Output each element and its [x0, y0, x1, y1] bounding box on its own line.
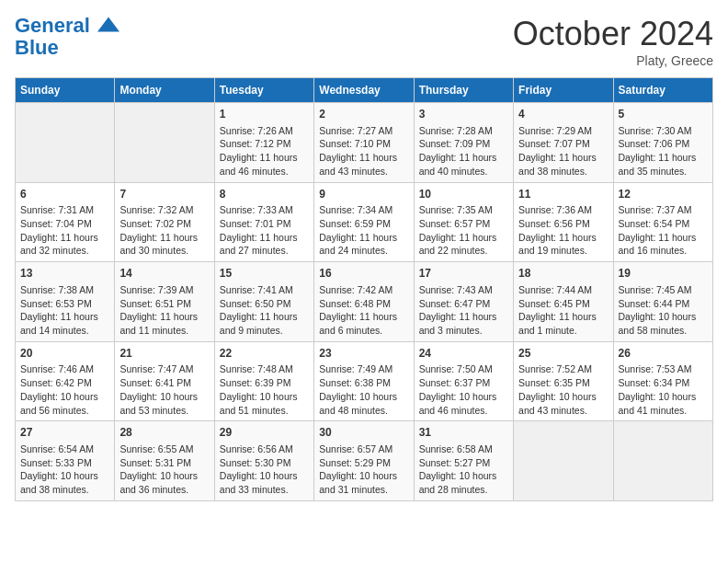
calendar-cell: 6Sunrise: 7:31 AMSunset: 7:04 PMDaylight…: [16, 182, 115, 262]
calendar-cell: 1Sunrise: 7:26 AMSunset: 7:12 PMDaylight…: [214, 103, 313, 183]
calendar-cell: [613, 421, 712, 501]
day-number: 18: [518, 266, 608, 282]
day-info: Sunrise: 7:39 AMSunset: 6:51 PMDaylight:…: [119, 283, 209, 338]
day-number: 19: [619, 266, 708, 282]
calendar-cell: [115, 103, 214, 183]
calendar-cell: 11Sunrise: 7:36 AMSunset: 6:56 PMDayligh…: [514, 182, 613, 262]
day-of-week-header: Thursday: [414, 78, 513, 103]
day-number: 6: [20, 187, 109, 202]
day-number: 2: [319, 107, 408, 122]
calendar-cell: 29Sunrise: 6:56 AMSunset: 5:30 PMDayligh…: [214, 421, 313, 501]
day-info: Sunrise: 6:57 AMSunset: 5:29 PMDaylight:…: [319, 442, 408, 497]
day-info: Sunrise: 7:41 AMSunset: 6:50 PMDaylight:…: [220, 283, 309, 338]
day-of-week-header: Tuesday: [214, 78, 313, 103]
calendar-cell: 27Sunrise: 6:54 AMSunset: 5:33 PMDayligh…: [16, 421, 115, 501]
calendar-cell: 7Sunrise: 7:32 AMSunset: 7:02 PMDaylight…: [115, 182, 214, 262]
calendar-cell: 2Sunrise: 7:27 AMSunset: 7:10 PMDaylight…: [314, 103, 414, 183]
logo-subtext: Blue: [15, 37, 119, 59]
calendar-cell: 3Sunrise: 7:28 AMSunset: 7:09 PMDaylight…: [414, 103, 513, 183]
day-number: 28: [119, 425, 209, 441]
calendar-cell: [16, 103, 115, 183]
calendar-week-row: 6Sunrise: 7:31 AMSunset: 7:04 PMDaylight…: [16, 182, 713, 262]
calendar-cell: 31Sunrise: 6:58 AMSunset: 5:27 PMDayligh…: [414, 421, 513, 501]
day-info: Sunrise: 6:58 AMSunset: 5:27 PMDaylight:…: [419, 442, 508, 497]
day-info: Sunrise: 7:47 AMSunset: 6:41 PMDaylight:…: [119, 362, 209, 417]
day-of-week-header: Wednesday: [314, 78, 414, 103]
calendar-cell: 13Sunrise: 7:38 AMSunset: 6:53 PMDayligh…: [16, 262, 115, 342]
day-info: Sunrise: 6:56 AMSunset: 5:30 PMDaylight:…: [220, 442, 309, 497]
day-info: Sunrise: 7:43 AMSunset: 6:47 PMDaylight:…: [419, 283, 508, 338]
day-info: Sunrise: 7:34 AMSunset: 6:59 PMDaylight:…: [319, 203, 408, 258]
calendar-cell: 19Sunrise: 7:45 AMSunset: 6:44 PMDayligh…: [613, 262, 712, 342]
day-info: Sunrise: 7:27 AMSunset: 7:10 PMDaylight:…: [319, 124, 408, 178]
day-number: 3: [419, 107, 508, 122]
day-info: Sunrise: 7:32 AMSunset: 7:02 PMDaylight:…: [119, 203, 209, 258]
page-header: General Blue October 2024 Platy, Greece: [15, 15, 713, 68]
day-number: 1: [220, 107, 309, 122]
day-info: Sunrise: 7:50 AMSunset: 6:37 PMDaylight:…: [419, 362, 508, 417]
calendar-cell: 20Sunrise: 7:46 AMSunset: 6:42 PMDayligh…: [16, 341, 115, 421]
day-number: 21: [119, 346, 209, 362]
day-number: 8: [220, 187, 309, 202]
calendar-week-row: 20Sunrise: 7:46 AMSunset: 6:42 PMDayligh…: [16, 341, 713, 421]
day-number: 9: [319, 187, 408, 202]
day-number: 25: [518, 346, 608, 362]
day-of-week-header: Saturday: [613, 78, 712, 103]
calendar-cell: 4Sunrise: 7:29 AMSunset: 7:07 PMDaylight…: [514, 103, 613, 183]
calendar-week-row: 1Sunrise: 7:26 AMSunset: 7:12 PMDaylight…: [16, 103, 713, 183]
day-info: Sunrise: 7:48 AMSunset: 6:39 PMDaylight:…: [220, 362, 309, 417]
day-info: Sunrise: 7:44 AMSunset: 6:45 PMDaylight:…: [518, 283, 608, 338]
day-number: 11: [518, 187, 608, 202]
day-number: 31: [419, 425, 508, 441]
day-of-week-header: Sunday: [16, 78, 115, 103]
day-number: 16: [319, 266, 408, 282]
title-block: October 2024 Platy, Greece: [513, 15, 713, 68]
calendar-cell: 23Sunrise: 7:49 AMSunset: 6:38 PMDayligh…: [314, 341, 414, 421]
calendar-cell: 22Sunrise: 7:48 AMSunset: 6:39 PMDayligh…: [214, 341, 313, 421]
day-number: 26: [619, 346, 708, 362]
day-number: 13: [20, 266, 109, 282]
calendar-cell: 12Sunrise: 7:37 AMSunset: 6:54 PMDayligh…: [613, 182, 712, 262]
day-of-week-header: Monday: [115, 78, 214, 103]
day-info: Sunrise: 7:31 AMSunset: 7:04 PMDaylight:…: [20, 203, 109, 258]
day-number: 24: [419, 346, 508, 362]
day-info: Sunrise: 7:52 AMSunset: 6:35 PMDaylight:…: [518, 362, 608, 417]
day-info: Sunrise: 7:46 AMSunset: 6:42 PMDaylight:…: [20, 362, 109, 417]
logo-text: General: [15, 15, 119, 37]
calendar-cell: [514, 421, 613, 501]
calendar-week-row: 27Sunrise: 6:54 AMSunset: 5:33 PMDayligh…: [16, 421, 713, 501]
calendar-cell: 15Sunrise: 7:41 AMSunset: 6:50 PMDayligh…: [214, 262, 313, 342]
day-number: 7: [119, 187, 209, 202]
calendar-cell: 17Sunrise: 7:43 AMSunset: 6:47 PMDayligh…: [414, 262, 513, 342]
day-info: Sunrise: 7:38 AMSunset: 6:53 PMDaylight:…: [20, 283, 109, 338]
calendar-cell: 18Sunrise: 7:44 AMSunset: 6:45 PMDayligh…: [514, 262, 613, 342]
day-number: 10: [419, 187, 508, 202]
day-number: 5: [619, 107, 708, 122]
day-number: 4: [518, 107, 608, 122]
day-number: 30: [319, 425, 408, 441]
day-number: 12: [619, 187, 708, 202]
calendar-cell: 28Sunrise: 6:55 AMSunset: 5:31 PMDayligh…: [115, 421, 214, 501]
calendar-cell: 10Sunrise: 7:35 AMSunset: 6:57 PMDayligh…: [414, 182, 513, 262]
calendar-cell: 16Sunrise: 7:42 AMSunset: 6:48 PMDayligh…: [314, 262, 414, 342]
calendar-cell: 14Sunrise: 7:39 AMSunset: 6:51 PMDayligh…: [115, 262, 214, 342]
day-info: Sunrise: 7:37 AMSunset: 6:54 PMDaylight:…: [619, 203, 708, 258]
calendar-cell: 21Sunrise: 7:47 AMSunset: 6:41 PMDayligh…: [115, 341, 214, 421]
day-info: Sunrise: 7:35 AMSunset: 6:57 PMDaylight:…: [419, 203, 508, 258]
day-number: 27: [20, 425, 109, 441]
logo: General Blue: [15, 15, 119, 59]
calendar-cell: 25Sunrise: 7:52 AMSunset: 6:35 PMDayligh…: [514, 341, 613, 421]
day-of-week-header: Friday: [514, 78, 613, 103]
month-title: October 2024: [513, 15, 713, 53]
day-number: 23: [319, 346, 408, 362]
day-info: Sunrise: 7:36 AMSunset: 6:56 PMDaylight:…: [518, 203, 608, 258]
svg-marker-0: [97, 17, 119, 32]
day-info: Sunrise: 6:54 AMSunset: 5:33 PMDaylight:…: [20, 442, 109, 497]
calendar-cell: 8Sunrise: 7:33 AMSunset: 7:01 PMDaylight…: [214, 182, 313, 262]
calendar-header-row: SundayMondayTuesdayWednesdayThursdayFrid…: [16, 78, 713, 103]
calendar-cell: 26Sunrise: 7:53 AMSunset: 6:34 PMDayligh…: [613, 341, 712, 421]
day-number: 14: [119, 266, 209, 282]
day-info: Sunrise: 7:26 AMSunset: 7:12 PMDaylight:…: [220, 124, 309, 178]
calendar-table: SundayMondayTuesdayWednesdayThursdayFrid…: [15, 77, 713, 501]
calendar-cell: 30Sunrise: 6:57 AMSunset: 5:29 PMDayligh…: [314, 421, 414, 501]
